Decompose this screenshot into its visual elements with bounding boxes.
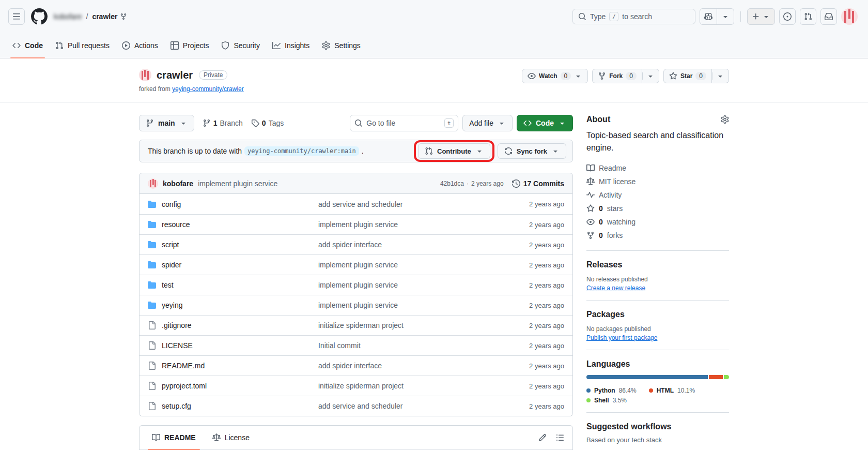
create-release-link[interactable]: Create a new release	[586, 284, 645, 292]
branches-link[interactable]: 1 Branch	[203, 119, 243, 127]
watch-count: 0	[561, 72, 571, 80]
copilot-button[interactable]	[700, 9, 717, 24]
outline-list-icon[interactable]	[556, 433, 564, 442]
tab-security[interactable]: Security	[215, 33, 266, 58]
user-avatar[interactable]	[841, 8, 858, 25]
global-search[interactable]: Type / to search	[572, 9, 695, 24]
issues-button[interactable]	[779, 8, 796, 25]
file-commit-message[interactable]: implement plugin service	[318, 301, 497, 309]
add-file-button[interactable]: Add file	[462, 115, 513, 131]
file-commit-message[interactable]: implement plugin service	[318, 220, 497, 229]
file-commit-message[interactable]: add service and scheduler	[318, 402, 497, 410]
sidebar-item-readme[interactable]: Readme	[586, 161, 729, 175]
languages-title: Languages	[586, 359, 729, 369]
file-name-link[interactable]: test	[162, 281, 174, 289]
table-row[interactable]: LICENSE Initial commit 2 years ago	[140, 335, 572, 355]
gear-icon[interactable]	[721, 115, 729, 124]
go-to-file-input[interactable]	[366, 119, 441, 127]
file-name-link[interactable]: config	[162, 200, 181, 208]
sidebar-item-license[interactable]: MIT license	[586, 175, 729, 188]
repo-owner-avatar[interactable]	[139, 69, 151, 81]
fork-dropdown-button[interactable]	[642, 69, 659, 83]
repo-name[interactable]: crawler	[157, 69, 193, 81]
file-commit-message[interactable]: implement plugin service	[318, 261, 497, 269]
table-row[interactable]: config add service and scheduler 2 years…	[140, 194, 572, 214]
table-row[interactable]: script add spider interface 2 years ago	[140, 234, 572, 254]
file-name-link[interactable]: pyproject.toml	[162, 382, 207, 390]
watch-button[interactable]: Watch 0	[522, 69, 588, 83]
file-name-link[interactable]: spider	[162, 261, 181, 269]
table-row[interactable]: test implement plugin service 2 years ag…	[140, 275, 572, 295]
fork-button[interactable]: Fork 0	[592, 69, 642, 83]
pull-requests-button[interactable]	[800, 8, 816, 25]
book-icon	[586, 164, 595, 172]
sidebar-item-watching[interactable]: 0 watching	[586, 215, 729, 229]
sync-fork-button[interactable]: Sync fork	[498, 143, 566, 159]
file-commit-message[interactable]: add spider interface	[318, 362, 497, 370]
tab-pull-requests[interactable]: Pull requests	[49, 33, 116, 58]
file-name-link[interactable]: setup.cfg	[162, 402, 191, 410]
file-commit-message[interactable]: implement plugin service	[318, 281, 497, 289]
contribute-button[interactable]: Contribute	[418, 143, 490, 159]
github-logo-icon[interactable]	[31, 8, 48, 25]
file-name-link[interactable]: resource	[162, 220, 190, 229]
file-name-link[interactable]: LICENSE	[162, 341, 193, 350]
hamburger-menu-button[interactable]	[8, 8, 25, 25]
tags-link[interactable]: 0 Tags	[251, 119, 284, 127]
forked-from-link[interactable]: yeying-community/crawler	[172, 85, 244, 93]
pencil-icon[interactable]	[538, 433, 547, 442]
table-row[interactable]: setup.cfg add service and scheduler 2 ye…	[140, 396, 572, 416]
commit-history-link[interactable]: 17 Commits	[512, 179, 564, 188]
create-new-button[interactable]	[747, 8, 775, 25]
tab-insights[interactable]: Insights	[266, 33, 316, 58]
file-name-link[interactable]: yeying	[162, 301, 182, 309]
star-dropdown-button[interactable]	[712, 69, 729, 83]
tab-license[interactable]: License	[204, 426, 258, 449]
commit-meta[interactable]: 42b1dca · 2 years ago	[440, 180, 504, 187]
breadcrumb-repo[interactable]: crawler	[92, 12, 127, 21]
file-commit-message[interactable]: initialize spiderman project	[318, 321, 497, 329]
breadcrumb-owner[interactable]: kobofare	[54, 12, 82, 21]
file-commit-message[interactable]: add spider interface	[318, 241, 497, 249]
copilot-dropdown-button[interactable]	[717, 9, 734, 24]
language-bar-html[interactable]	[709, 375, 723, 379]
table-row[interactable]: .gitignore initialize spiderman project …	[140, 315, 572, 335]
sidebar-item-forks[interactable]: 0 forks	[586, 229, 729, 242]
table-row[interactable]: pyproject.toml initialize spiderman proj…	[140, 376, 572, 396]
code-icon	[523, 119, 532, 127]
sidebar-item-activity[interactable]: Activity	[586, 188, 729, 202]
table-row[interactable]: yeying implement plugin service 2 years …	[140, 295, 572, 315]
table-row[interactable]: README.md add spider interface 2 years a…	[140, 355, 572, 376]
file-name-link[interactable]: README.md	[162, 362, 205, 370]
sidebar-item-stars[interactable]: 0 stars	[586, 202, 729, 215]
tab-code[interactable]: Code	[6, 33, 49, 58]
table-row[interactable]: resource implement plugin service 2 year…	[140, 214, 572, 234]
language-shell[interactable]: Shell 3.5%	[586, 397, 627, 404]
inbox-button[interactable]	[820, 8, 837, 25]
file-name-link[interactable]: script	[162, 241, 179, 249]
commit-author-avatar[interactable]	[148, 178, 158, 189]
branch-selector-button[interactable]: main	[139, 115, 194, 131]
code-dropdown-button[interactable]: Code	[517, 115, 573, 131]
tab-settings[interactable]: Settings	[316, 33, 367, 58]
file-commit-message[interactable]: add service and scheduler	[318, 200, 497, 208]
sidebar-item-label: forks	[607, 231, 623, 239]
table-row[interactable]: spider implement plugin service 2 years …	[140, 254, 572, 275]
commit-sha[interactable]: 42b1dca	[440, 180, 464, 187]
file-commit-message[interactable]: Initial commit	[318, 341, 497, 350]
language-bar-python[interactable]	[586, 375, 708, 379]
tab-readme[interactable]: README	[144, 426, 204, 449]
star-button[interactable]: Star 0	[663, 69, 712, 83]
language-bar-shell[interactable]	[724, 375, 729, 379]
tab-actions[interactable]: Actions	[116, 33, 164, 58]
tab-projects[interactable]: Projects	[164, 33, 215, 58]
file-name-link[interactable]: .gitignore	[162, 321, 192, 329]
repo-head-section: crawler Private forked from yeying-commu…	[0, 58, 868, 102]
language-html[interactable]: HTML 10.1%	[649, 387, 695, 394]
commit-author[interactable]: kobofare	[163, 179, 193, 188]
tab-label: Projects	[183, 41, 209, 50]
language-python[interactable]: Python 86.4%	[586, 387, 637, 394]
commit-message[interactable]: implement plugin service	[198, 179, 277, 188]
publish-package-link[interactable]: Publish your first package	[586, 334, 657, 341]
file-commit-message[interactable]: initialize spiderman project	[318, 382, 497, 390]
